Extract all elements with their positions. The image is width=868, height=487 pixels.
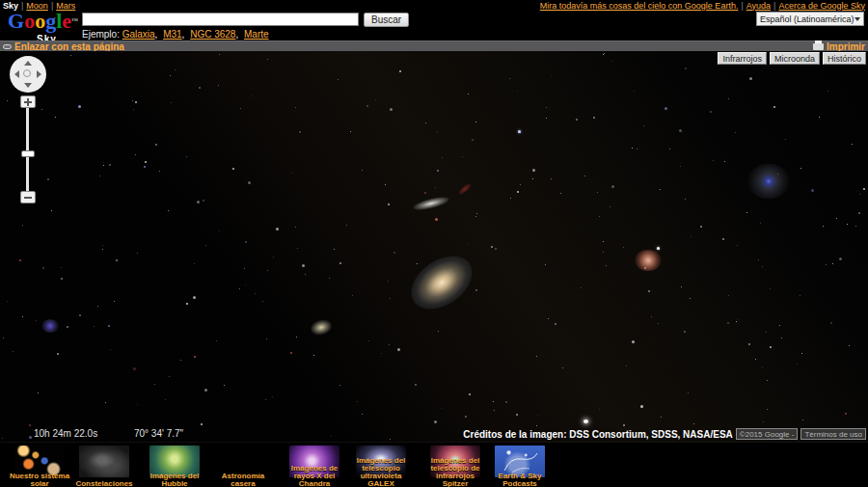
bright-star xyxy=(518,130,521,133)
chevron-down-icon xyxy=(854,17,860,21)
layer-solar-system[interactable]: Nuestro sistema solar xyxy=(9,443,70,487)
printer-icon xyxy=(813,43,824,50)
terms-of-use-link[interactable]: Términos de uso xyxy=(800,428,866,440)
zoom-in-button[interactable] xyxy=(20,95,36,108)
small-galaxy xyxy=(309,317,333,337)
print-label: Imprimir xyxy=(827,41,865,52)
pan-left-icon[interactable] xyxy=(14,70,19,78)
pan-down-icon[interactable] xyxy=(24,83,32,88)
language-select[interactable]: Español (Latinoamérica) xyxy=(756,12,864,26)
constellations-thumbnail xyxy=(79,446,129,477)
layer-caption: Imágenes del Hubble xyxy=(144,473,205,487)
layer-backyard-astronomy[interactable]: Astronomía casera xyxy=(212,443,274,487)
layer-galex[interactable]: Imágenes del telescopio ultravioleta GAL… xyxy=(350,443,412,487)
about-link[interactable]: Acerca de Google Sky xyxy=(778,1,865,11)
zoom-out-button[interactable] xyxy=(20,191,36,203)
spiral-galaxy xyxy=(401,245,482,320)
link-icon xyxy=(3,44,12,49)
view-mode-buttons: Infrarrojos Microonda Histórico xyxy=(715,52,866,65)
help-link[interactable]: Ayuda xyxy=(746,1,771,11)
historical-button[interactable]: Histórico xyxy=(823,52,866,65)
logo-letter: e xyxy=(62,9,71,33)
pan-up-icon[interactable] xyxy=(24,61,32,66)
pan-center-icon[interactable] xyxy=(23,69,31,77)
separator: , xyxy=(182,29,185,40)
coordinates-readout: 10h 24m 22.0s 70° 34' 7.7" xyxy=(34,428,183,439)
infrared-button[interactable]: Infrarrojos xyxy=(718,52,767,65)
example-link-galaxia[interactable]: Galaxia xyxy=(122,29,155,40)
right-ascension: 10h 24m 22.0s xyxy=(34,428,97,439)
logo-letter: G xyxy=(8,9,24,33)
pan-right-icon[interactable] xyxy=(37,70,41,78)
layer-caption: Astronomía casera xyxy=(212,473,274,487)
layer-chandra[interactable]: Imágenes de rayos X del Chandra xyxy=(284,443,345,487)
separator: , xyxy=(235,29,238,40)
blue-galaxy xyxy=(747,164,790,199)
example-link-m31[interactable]: M31 xyxy=(163,29,181,40)
separator: | xyxy=(773,1,775,11)
link-to-this-page-label: Enlazar con esta página xyxy=(14,41,124,52)
search-area: Buscar Ejemplo: Galaxia, M31, NGC 3628, … xyxy=(82,13,409,40)
layer-spitzer[interactable]: Imágenes del telescopio de infrarrojos S… xyxy=(424,443,486,487)
layer-hubble[interactable]: Imágenes del Hubble xyxy=(144,443,205,487)
top-right-links: Mira todavía más cosas del cielo con Goo… xyxy=(540,1,865,11)
layer-podcasts[interactable]: Earth & Sky Podcasts xyxy=(489,443,551,487)
link-to-this-page[interactable]: Enlazar con esta página xyxy=(3,41,124,52)
separator: , xyxy=(155,29,158,40)
top-nav-bar: Sky | Moon | Mars Mira todavía más cosas… xyxy=(0,0,868,11)
example-label: Ejemplo: xyxy=(82,29,120,40)
bright-star xyxy=(583,419,588,423)
microwave-button[interactable]: Microonda xyxy=(770,52,820,65)
language-select-value: Español (Latinoamérica) xyxy=(760,14,854,24)
zoom-control xyxy=(20,95,36,203)
header: Google™ Sky Buscar Ejemplo: Galaxia, M31… xyxy=(0,11,868,41)
attribution: Créditos de la imagen: DSS Consortium, S… xyxy=(463,428,866,440)
link-toolbar: Enlazar con esta página Imprimir xyxy=(0,41,868,51)
bright-star xyxy=(657,247,660,250)
logo-letter: o xyxy=(24,9,35,33)
separator: | xyxy=(741,1,743,11)
layer-caption: Nuestro sistema solar xyxy=(9,473,70,487)
search-examples: Ejemplo: Galaxia, M31, NGC 3628, Marte xyxy=(82,29,409,40)
layer-caption: Imágenes del telescopio de infrarrojos S… xyxy=(424,457,486,487)
layer-caption: Imágenes del telescopio ultravioleta GAL… xyxy=(350,457,412,487)
search-button[interactable]: Buscar xyxy=(364,13,409,27)
edge-on-galaxy xyxy=(412,195,449,213)
zoom-slider-track[interactable] xyxy=(26,108,29,191)
red-nebula-wisp xyxy=(457,182,473,197)
pan-control[interactable] xyxy=(10,56,46,93)
google-earth-promo-link[interactable]: Mira todavía más cosas del cielo con Goo… xyxy=(540,1,739,11)
copyright-label: ©2015 Google - xyxy=(736,428,799,440)
declination: 70° 34' 7.7" xyxy=(134,428,183,439)
example-link-ngc3628[interactable]: NGC 3628 xyxy=(190,29,235,40)
sky-map[interactable]: Infrarrojos Microonda Histórico 10h 24m … xyxy=(0,51,868,442)
example-link-marte[interactable]: Marte xyxy=(244,29,269,40)
search-input[interactable] xyxy=(82,13,359,26)
image-credits: Créditos de la imagen: DSS Consortium, S… xyxy=(463,429,733,440)
layer-caption: Earth & Sky Podcasts xyxy=(489,473,551,487)
blue-blob xyxy=(41,319,59,333)
trademark: ™ xyxy=(71,17,78,25)
orange-star xyxy=(635,250,662,271)
google-sky-app: Sky | Moon | Mars Mira todavía más cosas… xyxy=(0,0,868,487)
layer-caption: Imágenes de rayos X del Chandra xyxy=(284,465,345,487)
featured-layers-strip: Nuestro sistema solar Constelaciones Imá… xyxy=(0,442,868,487)
layer-caption: Constelaciones xyxy=(73,480,135,487)
zoom-slider-handle[interactable] xyxy=(21,150,35,157)
layer-constellations[interactable]: Constelaciones xyxy=(73,443,135,487)
print-link[interactable]: Imprimir xyxy=(813,41,865,52)
